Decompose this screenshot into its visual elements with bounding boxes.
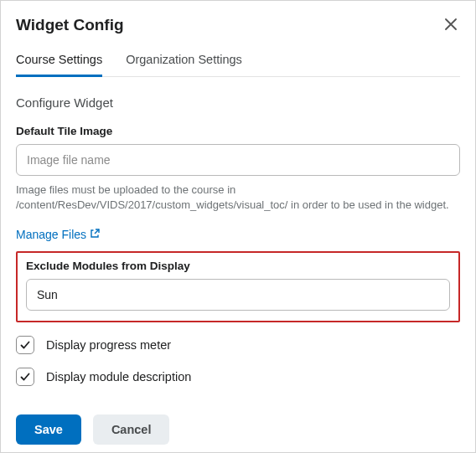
checkbox-progress-label: Display progress meter: [46, 338, 171, 352]
checkbox-description[interactable]: [16, 368, 34, 386]
widget-config-dialog: Widget Config Course Settings Organizati…: [0, 0, 476, 453]
checkbox-progress[interactable]: [16, 336, 34, 354]
exclude-modules-group: Exclude Modules from Display: [16, 251, 460, 322]
checkbox-progress-row: Display progress meter: [16, 336, 460, 354]
tab-organization-settings[interactable]: Organization Settings: [126, 53, 242, 77]
checkbox-description-row: Display module description: [16, 368, 460, 386]
dialog-title: Widget Config: [16, 16, 124, 34]
section-heading: Configure Widget: [16, 95, 460, 110]
dialog-actions: Save Cancel: [16, 414, 460, 445]
tabs-bar: Course Settings Organization Settings: [16, 53, 460, 77]
default-tile-help: Image files must be uploaded to the cour…: [16, 183, 460, 213]
tab-course-settings[interactable]: Course Settings: [16, 53, 102, 77]
cancel-button[interactable]: Cancel: [93, 414, 170, 445]
exclude-modules-input[interactable]: [26, 279, 450, 311]
dialog-header: Widget Config: [16, 16, 460, 34]
exclude-modules-label: Exclude Modules from Display: [26, 260, 450, 272]
default-tile-label: Default Tile Image: [16, 125, 460, 137]
checkmark-icon: [19, 371, 31, 383]
close-button[interactable]: [442, 16, 460, 34]
save-button[interactable]: Save: [16, 414, 81, 445]
checkbox-description-label: Display module description: [46, 370, 191, 384]
manage-files-row: Manage Files: [16, 228, 460, 241]
default-tile-input[interactable]: [16, 144, 460, 176]
external-link-icon: [90, 228, 100, 241]
close-icon: [445, 17, 457, 33]
checkmark-icon: [19, 339, 31, 351]
manage-files-label: Manage Files: [16, 228, 86, 241]
manage-files-link[interactable]: Manage Files: [16, 228, 100, 241]
